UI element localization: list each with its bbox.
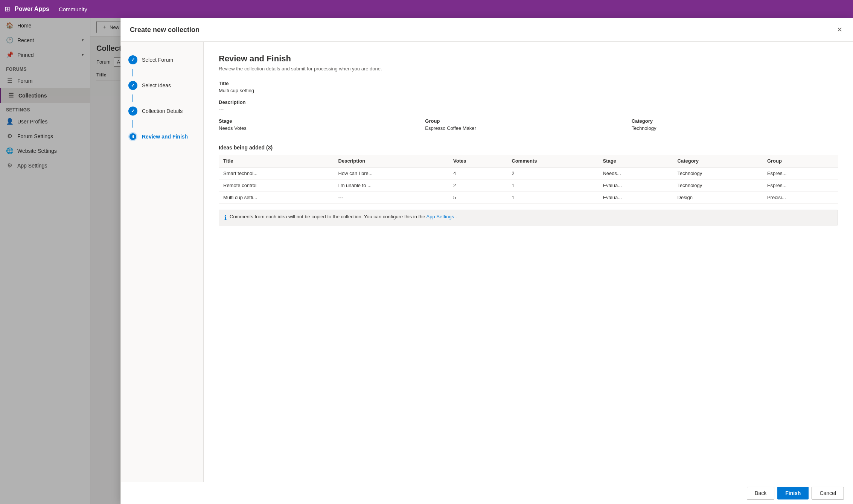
step-label-2: Select Ideas [142, 82, 171, 88]
stage-col: Stage Needs Votes [219, 118, 425, 137]
modal-body: ✓ Select Forum ✓ Select Ideas ✓ Collecti… [121, 42, 853, 482]
step-collection-details[interactable]: ✓ Collection Details [121, 102, 203, 120]
modal-title: Create new collection [130, 26, 200, 34]
modal-header: Create new collection ✕ [121, 18, 853, 42]
app-logo: Power Apps [15, 6, 49, 12]
step-review-finish[interactable]: 4 Review and Finish [121, 128, 203, 146]
step-connector-3 [133, 120, 133, 128]
table-cell: 1 [507, 180, 598, 192]
table-cell: Technology [673, 180, 763, 192]
table-cell: Smart technol... [219, 167, 334, 180]
ideas-section-title: Ideas being added (3) [219, 145, 838, 151]
category-value: Technology [632, 125, 838, 131]
review-heading: Review and Finish [219, 54, 838, 64]
category-label: Category [632, 118, 838, 124]
step-label-4: Review and Finish [142, 134, 188, 140]
description-label: Description [219, 99, 838, 105]
col-header-category: Category [673, 155, 763, 167]
table-cell: --- [334, 192, 449, 204]
col-header-votes: Votes [449, 155, 507, 167]
table-cell: Precisi... [763, 192, 838, 204]
category-col: Category Technology [632, 118, 838, 137]
table-cell: Espres... [763, 180, 838, 192]
step-label-1: Select Forum [142, 57, 173, 63]
steps-panel: ✓ Select Forum ✓ Select Ideas ✓ Collecti… [121, 42, 204, 482]
description-value: --- [219, 107, 838, 112]
finish-button[interactable]: Finish [777, 487, 809, 499]
table-cell: How can I bre... [334, 167, 449, 180]
step-select-forum[interactable]: ✓ Select Forum [121, 51, 203, 69]
group-col: Group Espresso Coffee Maker [425, 118, 631, 137]
title-value: Multi cup setting [219, 88, 838, 93]
table-cell: 2 [449, 180, 507, 192]
table-row: Smart technol...How can I bre...42Needs.… [219, 167, 838, 180]
step-label-3: Collection Details [142, 108, 183, 114]
review-subtext: Review the collection details and submit… [219, 66, 838, 72]
stage-label: Stage [219, 118, 425, 124]
meta-row: Stage Needs Votes Group Espresso Coffee … [219, 118, 838, 137]
table-cell: Remote control [219, 180, 334, 192]
step-select-ideas[interactable]: ✓ Select Ideas [121, 76, 203, 94]
table-cell: I'm unable to ... [334, 180, 449, 192]
step-connector-2 [133, 94, 133, 102]
group-label: Group [425, 118, 631, 124]
app-settings-link[interactable]: App Settings [426, 214, 454, 219]
modal-footer: Back Finish Cancel [121, 482, 853, 504]
grid-icon[interactable]: ⊞ [5, 5, 10, 13]
table-cell: 5 [449, 192, 507, 204]
table-cell: Evalua... [598, 192, 673, 204]
table-cell: Technology [673, 167, 763, 180]
table-cell: 1 [507, 192, 598, 204]
group-value: Espresso Coffee Maker [425, 125, 631, 131]
modal-overlay: Create new collection ✕ ✓ Select Forum ✓… [0, 18, 853, 504]
back-button[interactable]: Back [747, 487, 774, 499]
info-icon: ℹ [224, 214, 227, 221]
col-header-group: Group [763, 155, 838, 167]
table-cell: Espres... [763, 167, 838, 180]
table-cell: Multi cup setti... [219, 192, 334, 204]
topbar: ⊞ Power Apps Community [0, 0, 853, 18]
ideas-table: Title Description Votes Comments Stage C… [219, 155, 838, 204]
step-circle-3: ✓ [128, 107, 137, 116]
close-button[interactable]: ✕ [835, 24, 844, 35]
table-cell: Evalua... [598, 180, 673, 192]
step-circle-2: ✓ [128, 81, 137, 90]
info-banner: ℹ Comments from each idea will not be co… [219, 210, 838, 225]
step-connector-1 [133, 69, 133, 76]
table-cell: Needs... [598, 167, 673, 180]
step-circle-1: ✓ [128, 55, 137, 64]
table-cell: Design [673, 192, 763, 204]
col-header-stage: Stage [598, 155, 673, 167]
col-header-title: Title [219, 155, 334, 167]
title-label: Title [219, 81, 838, 86]
table-row: Remote controlI'm unable to ...21Evalua.… [219, 180, 838, 192]
modal: Create new collection ✕ ✓ Select Forum ✓… [120, 18, 853, 504]
table-cell: 4 [449, 167, 507, 180]
table-row: Multi cup setti...---51Evalua...DesignPr… [219, 192, 838, 204]
stage-value: Needs Votes [219, 125, 425, 131]
cancel-button[interactable]: Cancel [812, 487, 844, 499]
col-header-description: Description [334, 155, 449, 167]
step-circle-4: 4 [128, 132, 137, 141]
table-cell: 2 [507, 167, 598, 180]
review-panel: Review and Finish Review the collection … [204, 42, 853, 482]
app-name: Community [59, 6, 87, 12]
col-header-comments: Comments [507, 155, 598, 167]
topbar-divider [54, 5, 54, 14]
info-text: Comments from each idea will not be copi… [230, 214, 457, 219]
